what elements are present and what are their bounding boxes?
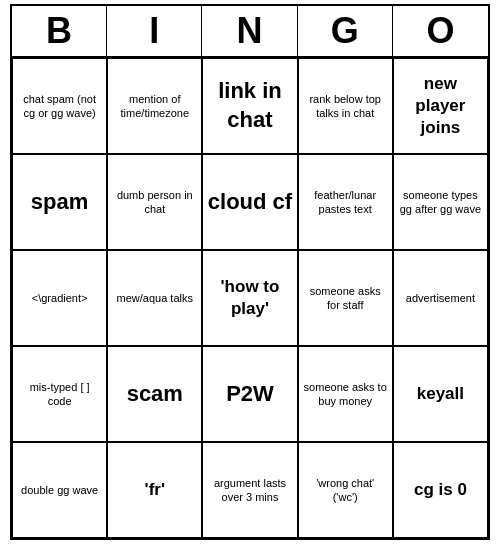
bingo-cell-18[interactable]: someone asks to buy money: [298, 346, 393, 442]
bingo-cell-21[interactable]: 'fr': [107, 442, 202, 538]
bingo-cell-19[interactable]: keyall: [393, 346, 488, 442]
bingo-cell-0[interactable]: chat spam (not cg or gg wave): [12, 58, 107, 154]
header-i: I: [107, 6, 202, 56]
header-o: O: [393, 6, 488, 56]
header-n: N: [202, 6, 297, 56]
bingo-header: B I N G O: [12, 6, 488, 58]
bingo-cell-7[interactable]: cloud cf: [202, 154, 297, 250]
bingo-cell-24[interactable]: cg is 0: [393, 442, 488, 538]
bingo-cell-15[interactable]: mis-typed [ ] code: [12, 346, 107, 442]
bingo-cell-22[interactable]: argument lasts over 3 mins: [202, 442, 297, 538]
bingo-cell-11[interactable]: mew/aqua talks: [107, 250, 202, 346]
bingo-cell-2[interactable]: link in chat: [202, 58, 297, 154]
bingo-cell-8[interactable]: feather/lunar pastes text: [298, 154, 393, 250]
bingo-cell-16[interactable]: scam: [107, 346, 202, 442]
bingo-cell-17[interactable]: P2W: [202, 346, 297, 442]
bingo-cell-5[interactable]: spam: [12, 154, 107, 250]
bingo-cell-10[interactable]: <\gradient>: [12, 250, 107, 346]
bingo-cell-12[interactable]: 'how to play': [202, 250, 297, 346]
header-b: B: [12, 6, 107, 56]
bingo-cell-20[interactable]: double gg wave: [12, 442, 107, 538]
bingo-cell-6[interactable]: dumb person in chat: [107, 154, 202, 250]
bingo-card: B I N G O chat spam (not cg or gg wave)m…: [10, 4, 490, 540]
bingo-cell-3[interactable]: rank below top talks in chat: [298, 58, 393, 154]
bingo-cell-4[interactable]: new player joins: [393, 58, 488, 154]
bingo-cell-1[interactable]: mention of time/timezone: [107, 58, 202, 154]
bingo-cell-13[interactable]: someone asks for staff: [298, 250, 393, 346]
bingo-cell-23[interactable]: 'wrong chat' ('wc'): [298, 442, 393, 538]
bingo-grid: chat spam (not cg or gg wave)mention of …: [12, 58, 488, 538]
bingo-cell-9[interactable]: someone types gg after gg wave: [393, 154, 488, 250]
bingo-cell-14[interactable]: advertisement: [393, 250, 488, 346]
header-g: G: [298, 6, 393, 56]
